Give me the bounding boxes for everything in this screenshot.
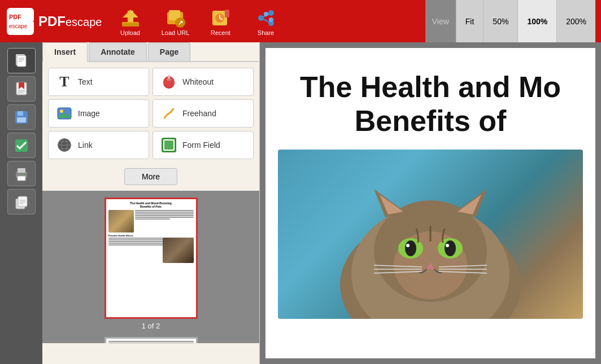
share-icon <box>255 7 277 29</box>
sidebar-item-print[interactable] <box>7 161 36 186</box>
link-tool-button[interactable]: Link <box>48 131 149 159</box>
image-tool-button[interactable]: Image <box>48 99 149 128</box>
text-tool-button[interactable]: T Text <box>48 68 149 96</box>
svg-rect-39 <box>18 176 25 181</box>
more-button-row: More <box>42 165 259 191</box>
freehand-tool-button[interactable]: Freehand <box>153 99 254 128</box>
tools-panel: Insert Annotate Page T Text <box>42 42 260 364</box>
logo-icon: PDF escape <box>6 7 35 36</box>
svg-rect-34 <box>18 111 23 116</box>
page-2-thumbnail[interactable] <box>104 337 198 343</box>
svg-point-23 <box>269 17 273 22</box>
form-field-tool-label: Form Field <box>182 141 220 150</box>
doc-cat-image <box>278 150 583 319</box>
svg-text:↗: ↗ <box>178 19 183 26</box>
main: Insert Annotate Page T Text <box>0 42 601 364</box>
logo-text: PDFescape <box>38 14 102 29</box>
link-tool-label: Link <box>78 141 93 150</box>
svg-point-78 <box>446 244 449 247</box>
load-url-label: Load URL <box>162 29 190 36</box>
svg-point-76 <box>445 240 456 256</box>
text-tool-icon: T <box>55 73 73 91</box>
logo: PDF escape PDFescape <box>6 7 102 36</box>
more-button[interactable]: More <box>124 168 177 185</box>
svg-rect-35 <box>17 117 26 122</box>
zoom-fit-button[interactable]: Fit <box>456 0 484 42</box>
doc-page: The Health and MoBenefits of <box>265 48 595 358</box>
whiteout-tool-button[interactable]: Whiteout <box>153 68 254 96</box>
form-field-tool-icon <box>160 136 178 154</box>
view-controls: View Fit 50% 100% 200% <box>425 0 595 42</box>
svg-point-22 <box>264 12 268 16</box>
svg-marker-6 <box>123 10 138 17</box>
upload-button[interactable]: Upload <box>114 7 147 36</box>
recent-button[interactable]: Recent <box>204 7 238 36</box>
image-tool-icon <box>55 104 73 122</box>
text-tool-label: Text <box>78 77 93 86</box>
svg-text:escape: escape <box>9 23 28 29</box>
svg-point-40 <box>24 173 26 176</box>
tab-insert[interactable]: Insert <box>42 42 88 62</box>
sidebar <box>0 42 42 364</box>
zoom-200-button[interactable]: 200% <box>556 0 595 42</box>
recent-icon <box>210 7 232 29</box>
sidebar-item-bookmark[interactable] <box>7 76 36 102</box>
upload-label: Upload <box>120 29 140 36</box>
page-1-label: 1 of 2 <box>142 322 160 330</box>
pages-panel: The Health and Mood-BoostingBenefits of … <box>42 191 259 343</box>
svg-rect-42 <box>18 196 27 207</box>
svg-rect-16 <box>225 10 229 17</box>
image-tool-label: Image <box>78 109 100 118</box>
load-url-icon: ↗ <box>164 7 187 29</box>
page-2-container[interactable] <box>104 337 198 343</box>
tab-annotate[interactable]: Annotate <box>89 42 147 61</box>
upload-icon <box>119 7 142 29</box>
tool-grid: T Text Whiteout <box>42 62 259 165</box>
sidebar-item-documents[interactable] <box>7 48 36 73</box>
sidebar-item-check[interactable] <box>7 133 36 158</box>
svg-text:PDF: PDF <box>9 14 21 20</box>
link-tool-icon <box>55 136 73 154</box>
sidebar-item-save[interactable] <box>7 104 36 130</box>
zoom-100-button[interactable]: 100% <box>517 0 556 42</box>
tabs: Insert Annotate Page <box>42 42 259 62</box>
page-1-thumbnail[interactable]: The Health and Mood-BoostingBenefits of … <box>104 198 198 319</box>
svg-point-77 <box>406 244 410 247</box>
svg-rect-38 <box>18 168 25 173</box>
svg-point-52 <box>60 109 63 113</box>
share-label: Share <box>258 29 274 36</box>
page-1-container[interactable]: The Health and Mood-BoostingBenefits of … <box>104 198 198 330</box>
svg-rect-25 <box>17 55 26 67</box>
doc-title: The Health and MoBenefits of <box>294 71 567 138</box>
load-url-button[interactable]: ↗ Load URL <box>159 7 193 36</box>
zoom-50-button[interactable]: 50% <box>483 0 517 42</box>
svg-rect-7 <box>122 23 139 27</box>
freehand-tool-icon <box>160 104 178 122</box>
freehand-tool-label: Freehand <box>182 109 216 118</box>
view-label: View <box>425 0 456 42</box>
whiteout-tool-label: Whiteout <box>182 77 214 86</box>
header: PDF escape PDFescape Upload ↗ <box>0 0 601 42</box>
share-button[interactable]: Share <box>249 7 283 36</box>
sidebar-item-copy[interactable] <box>7 189 36 214</box>
doc-view: The Health and MoBenefits of <box>260 42 601 364</box>
svg-point-75 <box>405 240 416 256</box>
recent-label: Recent <box>211 29 230 36</box>
whiteout-tool-icon <box>160 73 178 91</box>
svg-rect-0 <box>7 8 34 35</box>
svg-point-49 <box>167 78 171 81</box>
tab-page[interactable]: Page <box>148 42 190 61</box>
form-field-tool-button[interactable]: Form Field <box>153 131 254 159</box>
